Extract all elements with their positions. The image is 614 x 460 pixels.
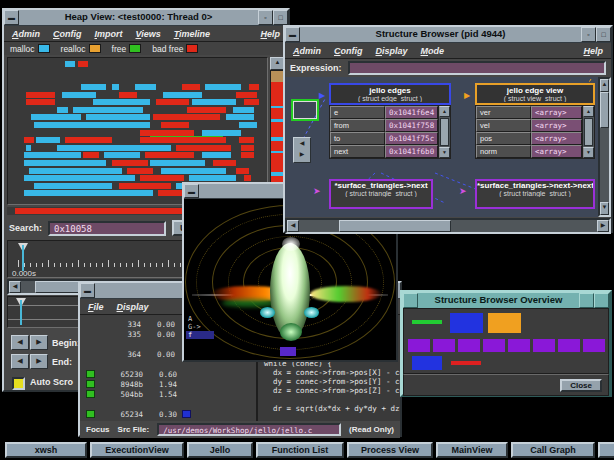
expand-handle[interactable]: ◀▶ <box>293 137 311 163</box>
task-xwsh[interactable]: xwsh <box>5 442 87 458</box>
sb-vscrollbar[interactable]: ▲ ▼ <box>598 77 611 217</box>
heap-bar <box>176 145 230 151</box>
scroll-up-icon[interactable]: ▲ <box>439 106 450 117</box>
heap-bar <box>161 122 189 128</box>
struct-field-value[interactable]: 0x1041f75c <box>385 132 438 145</box>
end-forward-button[interactable]: ▶ <box>30 354 48 369</box>
overview-footer: Close <box>403 374 609 396</box>
scroll-right-icon[interactable]: ▶ <box>597 220 609 232</box>
overview-node <box>488 313 521 333</box>
source-line-row[interactable] <box>86 399 256 409</box>
node-scrollbar[interactable]: ▲ ▼ <box>438 106 450 158</box>
end-back-button[interactable]: ◀ <box>11 354 29 369</box>
sb-graph-canvas[interactable]: ◀▶ ▶ ▶ ➤ ➤ jello edges ( struct edge_str… <box>285 77 598 217</box>
struct-field-value[interactable]: 0x1041f6e4 <box>385 106 438 119</box>
source-line-row[interactable]: 652300.60 <box>86 369 256 379</box>
scroll-down-icon[interactable]: ▼ <box>583 147 594 158</box>
scroll-thumb[interactable] <box>339 220 451 232</box>
overview-canvas[interactable] <box>403 308 609 374</box>
scroll-left-icon[interactable]: ◀ <box>9 281 21 293</box>
minimize-button[interactable] <box>579 293 594 308</box>
collapsed-node[interactable] <box>291 99 319 121</box>
window-menu-button[interactable]: ▬ <box>80 283 95 298</box>
task-mainview[interactable]: MainView <box>436 442 508 458</box>
window-menu-button[interactable]: ▬ <box>285 27 300 42</box>
heap-bar <box>104 152 140 158</box>
task-executionview[interactable]: ExecutionView <box>90 442 184 458</box>
struct-field-value[interactable]: <array> <box>531 145 582 158</box>
source-line-row[interactable]: 504bb1.54 <box>86 389 256 399</box>
window-menu-button[interactable] <box>403 293 418 308</box>
overview-titlebar[interactable]: Structure Browser Overview <box>403 293 609 308</box>
struct-row: e0x1041f6e4 <box>330 106 438 119</box>
node-scrollbar[interactable]: ▲ ▼ <box>582 106 594 158</box>
task-call-graph[interactable]: Call Graph <box>511 442 595 458</box>
menu-help[interactable]: Help <box>583 46 603 56</box>
tick-mark <box>174 263 175 267</box>
heap-titlebar[interactable]: ▬ Heap View: <test0000: Thread 0> ▫ □ <box>4 10 288 26</box>
tick-mark <box>132 263 133 267</box>
tick-mark <box>108 260 109 267</box>
menu-admin[interactable]: Admin <box>293 46 321 56</box>
menu-timeline[interactable]: Timeline <box>174 29 210 39</box>
menu-file[interactable]: File <box>88 302 104 312</box>
source-line-row[interactable]: 652340.30 <box>86 409 256 419</box>
struct-node-triangle-1[interactable]: *surface_triangles->next ( struct triang… <box>329 179 433 209</box>
menu-config[interactable]: Config <box>53 29 82 39</box>
scroll-thumb[interactable] <box>440 118 449 146</box>
tail <box>280 323 302 341</box>
struct-field-value[interactable]: <array> <box>531 132 582 145</box>
menu-import[interactable]: Import <box>95 29 123 39</box>
maximize-button[interactable] <box>594 293 609 308</box>
struct-node-jello-edges[interactable]: jello edges ( struct edge_struct ) e0x10… <box>329 83 451 159</box>
struct-node-jello-edge-view[interactable]: jello edge view ( struct view_struct ) v… <box>475 83 595 159</box>
minimize-button[interactable]: ▫ <box>581 27 596 42</box>
sb-titlebar[interactable]: ▬ Structure Browser (pid 4944) ▫ □ <box>285 27 611 43</box>
node-table: e0x1041f6e4from0x1041f758to0x1041f75cnex… <box>329 105 451 159</box>
task-jello[interactable]: Jello <box>187 442 253 458</box>
minimize-button[interactable]: ▫ <box>258 10 273 25</box>
autoscroll-checkbox[interactable] <box>12 377 25 390</box>
source-line-row[interactable]: 8948b1.94 <box>86 379 256 389</box>
heap-bar <box>189 175 236 181</box>
window-menu-button[interactable]: ▬ <box>184 184 199 198</box>
close-button[interactable]: Close <box>560 379 602 392</box>
scroll-down-icon[interactable]: ▼ <box>600 202 609 215</box>
file-path-field[interactable]: /usr/demos/WorkShop/jello/jello.c <box>157 423 341 436</box>
struct-field-value[interactable]: 0x1041f6b0 <box>385 145 438 158</box>
task-winterm[interactable]: winterm <box>598 442 614 458</box>
scroll-thumb[interactable] <box>600 92 609 128</box>
menu-config[interactable]: Config <box>334 46 363 56</box>
struct-field-value[interactable]: <array> <box>531 106 582 119</box>
sb-hscrollbar[interactable]: ◀ ▶ <box>285 218 611 234</box>
scroll-down-icon[interactable]: ▼ <box>439 147 450 158</box>
tick-mark <box>48 260 49 267</box>
scroll-thumb[interactable] <box>584 118 593 146</box>
maximize-button[interactable]: □ <box>273 10 288 25</box>
scroll-up-icon[interactable]: ▲ <box>600 79 609 92</box>
task-process-view[interactable]: Process View <box>347 442 433 458</box>
node-header[interactable]: jello edge view ( struct view_struct ) <box>475 83 595 105</box>
menu-admin[interactable]: Admin <box>12 29 40 39</box>
search-input[interactable]: 0x10058 <box>48 221 166 236</box>
tick-mark <box>162 263 163 267</box>
heap-bar <box>135 84 156 90</box>
scroll-left-icon[interactable]: ◀ <box>287 220 299 232</box>
struct-node-triangle-2[interactable]: *surface_triangles->next->next ( struct … <box>475 179 595 209</box>
expression-input[interactable] <box>348 61 606 75</box>
begin-back-button[interactable]: ◀ <box>11 335 29 350</box>
begin-forward-button[interactable]: ▶ <box>30 335 48 350</box>
task-function-list[interactable]: Function List <box>256 442 344 458</box>
struct-field-value[interactable]: 0x1041f758 <box>385 119 438 132</box>
maximize-button[interactable]: □ <box>596 27 611 42</box>
menu-views[interactable]: Views <box>136 29 161 39</box>
menu-display[interactable]: Display <box>376 46 408 56</box>
menu-display[interactable]: Display <box>117 302 149 312</box>
scroll-trough[interactable] <box>600 128 609 202</box>
node-header[interactable]: jello edges ( struct edge_struct ) <box>329 83 451 105</box>
scroll-up-icon[interactable]: ▲ <box>583 106 594 117</box>
menu-help[interactable]: Help <box>260 29 280 39</box>
window-menu-button[interactable]: ▬ <box>4 10 19 25</box>
menu-mode[interactable]: Mode <box>421 46 445 56</box>
struct-field-value[interactable]: <array> <box>531 119 582 132</box>
